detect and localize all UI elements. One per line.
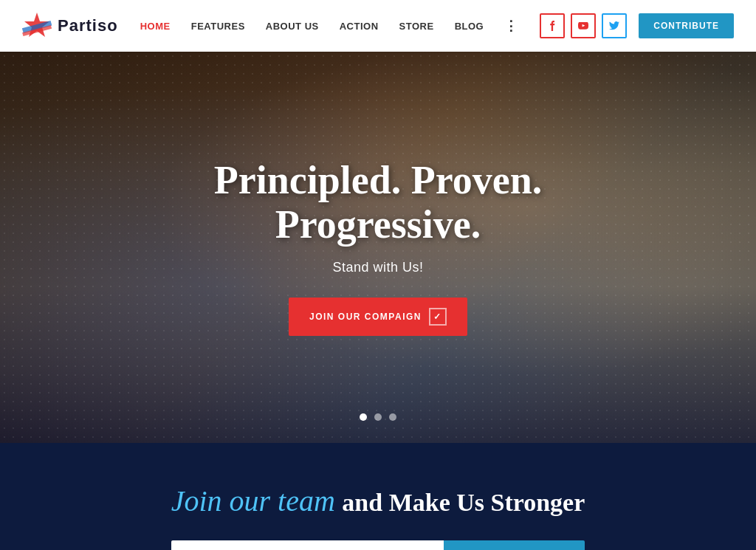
hero-cta-button[interactable]: JOIN OUR COMPAIGN ✓ [289,298,467,336]
join-form: JOIN OUR CAMPAIGN [171,540,585,550]
hero-cta-label: JOIN OUR COMPAIGN [309,312,422,322]
hero-subtitle: Stand with Us! [214,260,542,275]
logo[interactable]: Partiso [22,11,118,41]
facebook-icon [547,21,557,31]
nav-more-icon[interactable]: ⋮ [504,18,518,34]
facebook-button[interactable] [540,13,565,38]
hero-indicators [360,413,396,421]
twitter-button[interactable] [602,13,627,38]
nav-item-store[interactable]: STORE [399,21,434,32]
contribute-button[interactable]: CONTRIBUTE [639,13,734,38]
header-right: CONTRIBUTE [540,13,734,38]
nav-item-about[interactable]: ABOUT US [266,21,319,32]
logo-icon [22,11,52,41]
nav-item-home[interactable]: HOME [140,21,171,32]
hero-section: Principled. Proven. Progressive. Stand w… [0,52,756,443]
logo-text: Partiso [58,16,118,35]
join-title-cursive: Join our team [171,484,335,518]
hero-cta-icon: ✓ [429,308,447,326]
join-submit-button[interactable]: JOIN OUR CAMPAIGN [444,540,585,550]
hero-title: Principled. Proven. Progressive. [214,159,542,247]
join-section: Join our team and Make Us Stronger JOIN … [0,443,756,550]
hero-dot-3[interactable] [389,413,396,421]
hero-content: Principled. Proven. Progressive. Stand w… [214,159,542,336]
nav-item-blog[interactable]: BLOG [455,21,484,32]
hero-dot-1[interactable] [360,413,367,421]
join-title-strong: and Make Us Stronger [342,489,585,516]
email-input[interactable] [171,540,444,550]
youtube-button[interactable] [571,13,596,38]
nav-item-action[interactable]: ACTION [340,21,379,32]
main-nav: HOME FEATURES ABOUT US ACTION STORE BLOG… [140,18,518,34]
nav-item-features[interactable]: FEATURES [191,21,245,32]
join-title: Join our team and Make Us Stronger [22,484,734,518]
twitter-icon [609,21,619,30]
youtube-icon [578,22,588,30]
header: Partiso HOME FEATURES ABOUT US ACTION ST… [0,0,756,52]
hero-dot-2[interactable] [374,413,382,421]
